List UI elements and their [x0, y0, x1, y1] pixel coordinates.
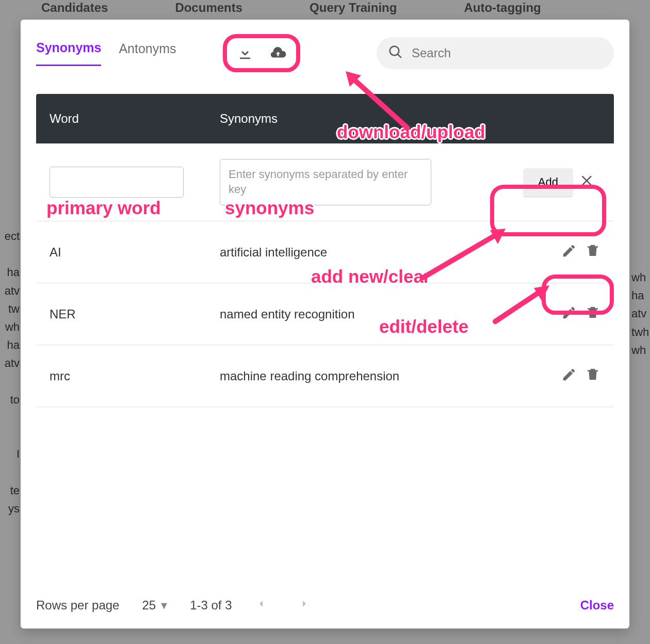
- primary-word-input[interactable]: [50, 167, 184, 198]
- new-entry-row: Enter synonyms separated by enter key Ad…: [36, 143, 614, 221]
- tab-synonyms[interactable]: Synonyms: [36, 40, 101, 66]
- search-input[interactable]: [411, 45, 603, 61]
- row-synonyms: artificial intelligence: [220, 245, 477, 260]
- delete-icon[interactable]: [585, 305, 600, 324]
- rows-per-page-value: 25: [142, 598, 156, 613]
- svg-marker-0: [346, 71, 361, 87]
- add-button[interactable]: Add: [524, 168, 573, 196]
- synonyms-input[interactable]: Enter synonyms separated by enter key: [220, 159, 431, 205]
- chevron-down-icon: ▾: [161, 598, 167, 613]
- next-page-icon[interactable]: [298, 598, 311, 613]
- delete-icon[interactable]: [585, 243, 600, 262]
- search-icon: [388, 44, 403, 62]
- row-word: AI: [50, 245, 220, 260]
- edit-icon[interactable]: [561, 367, 577, 385]
- row-synonyms: named entity recognition: [220, 307, 477, 321]
- edit-icon[interactable]: [561, 305, 577, 324]
- table-row: NER named entity recognition: [36, 283, 614, 345]
- table-row: AI artificial intelligence: [36, 221, 614, 283]
- rows-per-page-label: Rows per page: [36, 598, 119, 613]
- search-field[interactable]: [377, 37, 614, 69]
- synonyms-table: Word Synonyms Enter synonyms separated b…: [21, 94, 629, 407]
- prev-page-icon[interactable]: [255, 598, 267, 613]
- synonyms-modal: Synonyms Antonyms Word Synonyms: [21, 20, 629, 629]
- tab-antonyms[interactable]: Antonyms: [119, 41, 176, 66]
- pagination-range: 1-3 of 3: [190, 598, 232, 613]
- upload-cloud-icon[interactable]: [267, 42, 289, 64]
- col-header-word: Word: [50, 111, 220, 126]
- tabs: Synonyms Antonyms: [36, 40, 176, 66]
- download-upload-group: [223, 34, 300, 72]
- download-icon[interactable]: [234, 42, 256, 64]
- col-header-synonyms: Synonyms: [220, 111, 477, 126]
- table-footer: Rows per page 25 ▾ 1-3 of 3 Close: [36, 598, 614, 613]
- rows-per-page-select[interactable]: 25 ▾: [142, 598, 167, 613]
- row-word: mrc: [50, 369, 220, 383]
- clear-icon[interactable]: [575, 170, 600, 195]
- close-button[interactable]: Close: [580, 598, 614, 613]
- table-row: mrc machine reading comprehension: [36, 345, 614, 407]
- delete-icon[interactable]: [585, 367, 600, 385]
- row-synonyms: machine reading comprehension: [220, 369, 477, 383]
- table-header: Word Synonyms: [36, 94, 614, 143]
- edit-icon[interactable]: [561, 243, 577, 262]
- modal-header: Synonyms Antonyms: [21, 20, 629, 72]
- row-word: NER: [50, 307, 220, 321]
